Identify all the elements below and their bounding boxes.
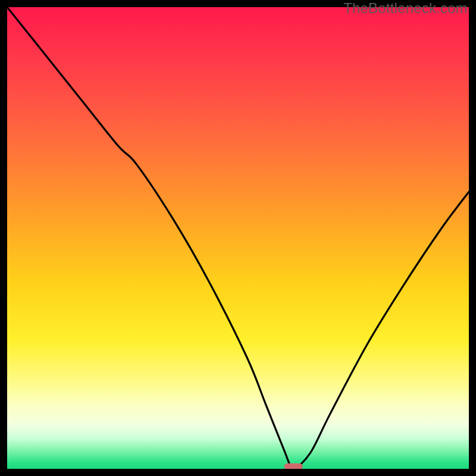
- gradient-background: [7, 7, 469, 469]
- optimal-marker: [284, 464, 303, 469]
- bottleneck-chart: [7, 7, 469, 469]
- chart-frame: TheBottleneck.com: [0, 0, 476, 476]
- watermark-text: TheBottleneck.com: [343, 0, 468, 17]
- plot-area: [7, 7, 469, 469]
